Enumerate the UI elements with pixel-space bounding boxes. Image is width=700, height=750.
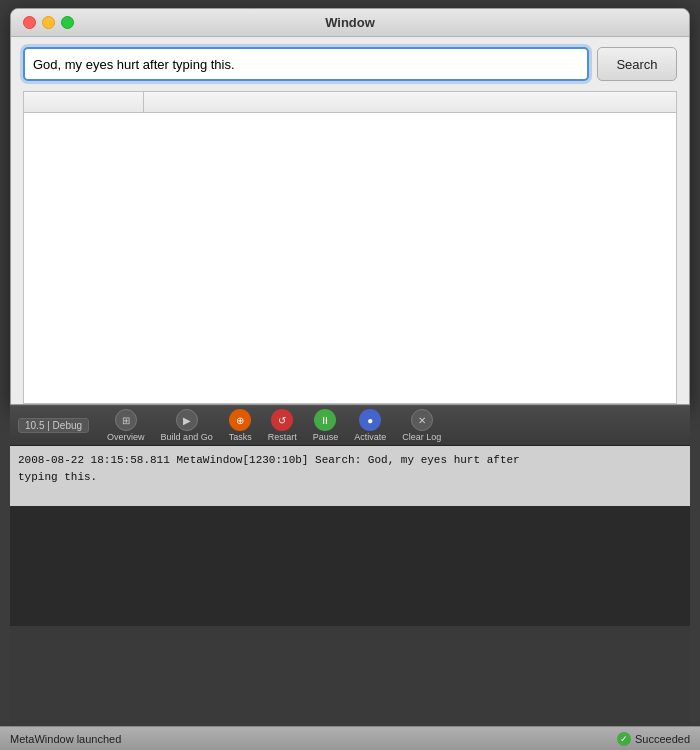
results-container [23, 91, 677, 404]
ide-bottom-panel: 10.5 | Debug ⊞ Overview ▶ Build and Go ⊕… [10, 405, 690, 750]
build-icon: ▶ [176, 409, 198, 431]
debug-badge: 10.5 | Debug [18, 418, 89, 433]
status-left-text: MetaWindow launched [10, 733, 121, 745]
log-line-1: 2008-08-22 18:15:58.811 MetaWindow[1230:… [18, 452, 682, 469]
restart-label: Restart [268, 432, 297, 442]
tasks-button[interactable]: ⊕ Tasks [223, 407, 258, 444]
restart-icon: ↺ [271, 409, 293, 431]
traffic-lights [23, 16, 74, 29]
activate-label: Activate [354, 432, 386, 442]
overview-button[interactable]: ⊞ Overview [101, 407, 151, 444]
table-body [24, 113, 676, 403]
toolbar-strip: 10.5 | Debug ⊞ Overview ▶ Build and Go ⊕… [10, 406, 690, 446]
close-button[interactable] [23, 16, 36, 29]
minimize-button[interactable] [42, 16, 55, 29]
pause-button[interactable]: ⏸ Pause [307, 407, 345, 444]
status-icon: ✓ [617, 732, 631, 746]
log-line-2: typing this. [18, 469, 682, 486]
clear-log-button[interactable]: ✕ Clear Log [396, 407, 447, 444]
table-col1-header [24, 92, 144, 112]
search-area: Search [11, 37, 689, 91]
clear-log-icon: ✕ [411, 409, 433, 431]
mac-window: Window Search [10, 8, 690, 405]
status-bar: MetaWindow launched ✓ Succeeded [0, 726, 700, 750]
tasks-icon: ⊕ [229, 409, 251, 431]
table-header [24, 92, 676, 113]
build-label: Build and Go [161, 432, 213, 442]
search-input[interactable] [23, 47, 589, 81]
activate-button[interactable]: ● Activate [348, 407, 392, 444]
pause-label: Pause [313, 432, 339, 442]
tasks-label: Tasks [229, 432, 252, 442]
log-output-area: 2008-08-22 18:15:58.811 MetaWindow[1230:… [10, 446, 690, 506]
clear-log-label: Clear Log [402, 432, 441, 442]
title-bar: Window [11, 9, 689, 37]
pause-icon: ⏸ [314, 409, 336, 431]
build-and-go-button[interactable]: ▶ Build and Go [155, 407, 219, 444]
maximize-button[interactable] [61, 16, 74, 29]
status-right-text: Succeeded [635, 733, 690, 745]
console-area [10, 506, 690, 626]
activate-icon: ● [359, 409, 381, 431]
overview-label: Overview [107, 432, 145, 442]
status-right: ✓ Succeeded [617, 732, 690, 746]
table-col2-header [144, 92, 676, 112]
window-title: Window [325, 15, 375, 30]
overview-icon: ⊞ [115, 409, 137, 431]
search-button[interactable]: Search [597, 47, 677, 81]
restart-button[interactable]: ↺ Restart [262, 407, 303, 444]
